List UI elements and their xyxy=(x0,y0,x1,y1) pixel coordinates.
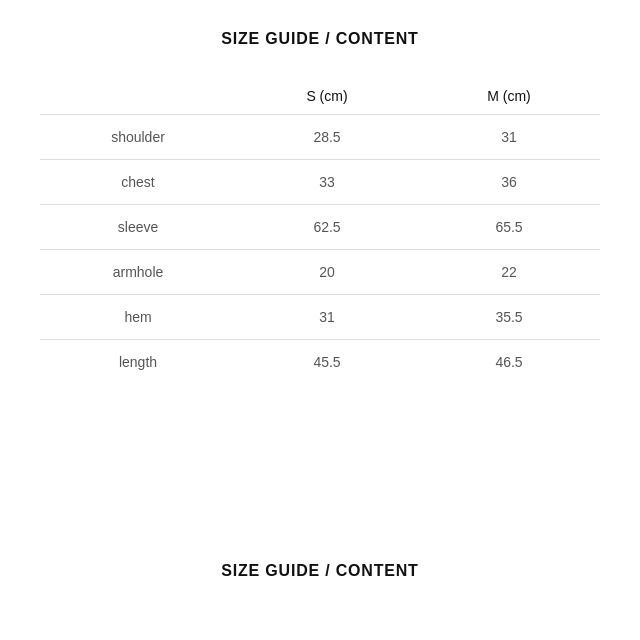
table-row: hem3135.5 xyxy=(40,295,600,340)
cell-s-value: 62.5 xyxy=(236,205,418,250)
table-row: length45.546.5 xyxy=(40,340,600,385)
cell-m-value: 46.5 xyxy=(418,340,600,385)
cell-s-value: 31 xyxy=(236,295,418,340)
cell-s-value: 33 xyxy=(236,160,418,205)
cell-measurement: hem xyxy=(40,295,236,340)
col-header-m: M (cm) xyxy=(418,78,600,115)
table-row: chest3336 xyxy=(40,160,600,205)
page-wrapper: SIZE GUIDE / CONTENT S (cm) M (cm) shoul… xyxy=(0,0,640,640)
cell-s-value: 28.5 xyxy=(236,115,418,160)
cell-measurement: shoulder xyxy=(40,115,236,160)
cell-measurement: sleeve xyxy=(40,205,236,250)
cell-s-value: 20 xyxy=(236,250,418,295)
cell-m-value: 22 xyxy=(418,250,600,295)
cell-m-value: 31 xyxy=(418,115,600,160)
cell-s-value: 45.5 xyxy=(236,340,418,385)
table-row: sleeve62.565.5 xyxy=(40,205,600,250)
col-header-measurement xyxy=(40,78,236,115)
cell-measurement: armhole xyxy=(40,250,236,295)
table-row: armhole2022 xyxy=(40,250,600,295)
cell-m-value: 65.5 xyxy=(418,205,600,250)
cell-m-value: 35.5 xyxy=(418,295,600,340)
table-row: shoulder28.531 xyxy=(40,115,600,160)
col-header-s: S (cm) xyxy=(236,78,418,115)
cell-m-value: 36 xyxy=(418,160,600,205)
page-title: SIZE GUIDE / CONTENT xyxy=(221,30,418,48)
cell-measurement: length xyxy=(40,340,236,385)
size-table: S (cm) M (cm) shoulder28.531chest3336sle… xyxy=(40,78,600,384)
table-header-row: S (cm) M (cm) xyxy=(40,78,600,115)
bottom-title: SIZE GUIDE / CONTENT xyxy=(221,562,418,580)
cell-measurement: chest xyxy=(40,160,236,205)
